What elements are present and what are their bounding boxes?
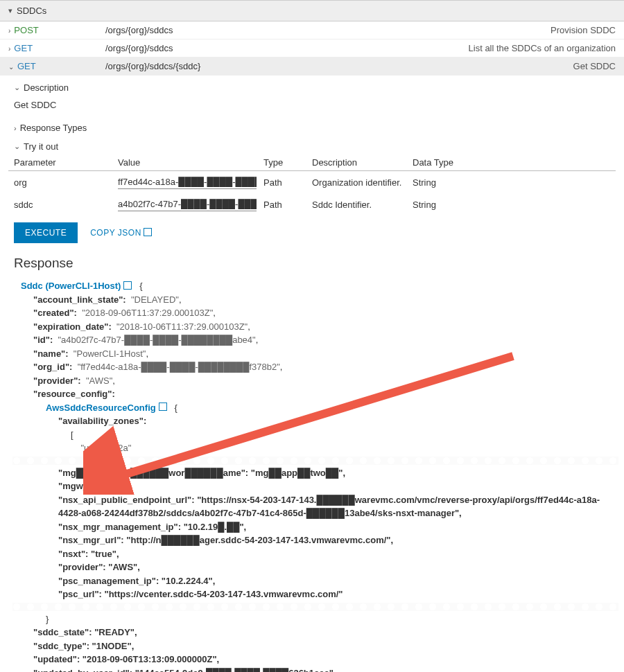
panel-title: SDDCs (17, 6, 46, 16)
description-label: Description (24, 82, 69, 93)
sddc-type-link[interactable]: Sddc (PowerCLI-1Host) (21, 279, 132, 293)
copy-icon (145, 229, 152, 236)
content-break (12, 603, 618, 611)
chevron-right-icon: › (8, 45, 10, 53)
param-table-header: Parameter Value Type Description Data Ty… (8, 153, 616, 171)
param-row-org: org Path Organization identifier. String (8, 171, 616, 193)
param-value-input-sddc[interactable] (118, 197, 257, 211)
method-label: POST (14, 25, 38, 35)
aws-resource-config-link[interactable]: AwsSddcResourceConfig (46, 401, 167, 415)
response-types-heading[interactable]: › Response Types (8, 116, 616, 134)
col-value: Value (118, 157, 263, 168)
param-dtype: String (413, 200, 610, 210)
param-name: org (14, 177, 118, 188)
chevron-right-icon: › (14, 124, 17, 132)
chevron-down-icon: ⌄ (14, 142, 20, 151)
chevron-down-icon: ▾ (8, 6, 12, 15)
copy-json-button[interactable]: COPY JSON (90, 228, 152, 238)
endpoint-path: /orgs/{org}/sddcs (105, 25, 551, 35)
endpoint-desc: Get SDDC (573, 61, 616, 71)
param-desc: Organization identifier. (312, 177, 413, 188)
panel-header[interactable]: ▾ SDDCs (0, 0, 624, 21)
description-text: Get SDDC (8, 94, 616, 116)
try-it-out-label: Try it out (24, 141, 58, 152)
endpoint-desc: List all the SDDCs of an organization (469, 43, 616, 53)
endpoint-row-get-sddc[interactable]: ⌄GET /orgs/{org}/sddcs/{sddc} Get SDDC (0, 58, 624, 76)
endpoint-row-get-list[interactable]: ›GET /orgs/{org}/sddcs List all the SDDC… (0, 39, 624, 58)
endpoint-row-post[interactable]: ›POST /orgs/{org}/sddcs Provision SDDC (0, 21, 624, 39)
col-description: Description (312, 157, 413, 168)
method-label: GET (17, 61, 36, 71)
content-break (12, 457, 618, 465)
endpoint-desc: Provision SDDC (551, 25, 616, 35)
method-label: GET (14, 43, 33, 53)
param-name: sddc (14, 200, 118, 210)
response-heading: Response (8, 250, 616, 279)
nsxt-field: "nsxt": "true", (21, 547, 610, 561)
response-types-label: Response Types (20, 123, 87, 133)
description-heading[interactable]: ⌄ Description (8, 76, 616, 94)
param-type: Path (263, 177, 312, 188)
response-json: Sddc (PowerCLI-1Host) { "account_link_st… (8, 279, 616, 672)
col-data-type: Data Type (413, 157, 610, 168)
col-parameter: Parameter (14, 157, 118, 168)
copy-icon (160, 404, 167, 411)
param-dtype: String (413, 177, 610, 188)
param-desc: Sddc Identifier. (312, 200, 413, 210)
chevron-right-icon: › (8, 27, 10, 35)
endpoint-path: /orgs/{org}/sddcs/{sddc} (105, 61, 573, 71)
col-type: Type (263, 157, 312, 168)
chevron-down-icon: ⌄ (14, 83, 20, 92)
try-it-out-heading[interactable]: ⌄ Try it out (8, 134, 616, 153)
copy-json-label: COPY JSON (90, 228, 141, 238)
param-row-sddc: sddc Path Sddc Identifier. String (8, 193, 616, 215)
copy-icon (125, 283, 132, 290)
chevron-down-icon: ⌄ (8, 63, 14, 71)
endpoint-path: /orgs/{org}/sddcs (105, 43, 469, 53)
param-type: Path (263, 200, 312, 210)
execute-button[interactable]: EXECUTE (14, 222, 78, 243)
param-value-input-org[interactable] (118, 175, 257, 189)
